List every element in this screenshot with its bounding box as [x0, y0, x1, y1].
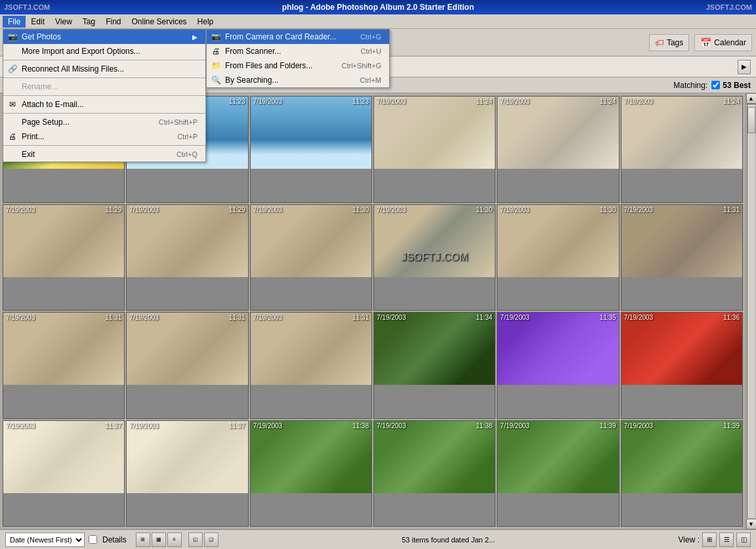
scroll-up-button[interactable]: ▲: [746, 93, 757, 104]
photo-date-6: 7/19/2003: [624, 98, 654, 105]
photo-cell-3[interactable]: 7/19/200311:23: [250, 96, 372, 203]
map-view-btn[interactable]: ◫: [736, 533, 751, 547]
submenu-from-camera[interactable]: 📷 From Camera or Card Reader... Ctrl+G: [207, 30, 389, 44]
view-btn-3[interactable]: ≡: [167, 533, 182, 547]
photo-cell-19[interactable]: 7/19/200311:37: [3, 420, 125, 527]
photo-thumb-24: [621, 421, 742, 493]
photo-thumb-19: [3, 421, 124, 493]
menu-find[interactable]: Find: [100, 16, 126, 28]
menu-file[interactable]: File: [3, 16, 26, 28]
tags-button[interactable]: 🏷 Tags: [649, 34, 689, 51]
menu-online[interactable]: Online Services: [127, 16, 192, 28]
submenu-arrow: ▶: [192, 33, 198, 41]
menu-item-rename[interactable]: Rename...: [3, 79, 205, 94]
menu-item-page-setup[interactable]: Page Setup... Ctrl+Shift+P: [3, 115, 205, 129]
photo-cell-8[interactable]: 7/19/200311:29: [126, 204, 248, 311]
separator-3: [3, 95, 205, 96]
menu-item-exit[interactable]: Exit Ctrl+Q: [3, 147, 205, 162]
view-label: View :: [679, 535, 700, 544]
photo-thumb-10: JSOFTJ.COM: [374, 205, 495, 277]
photo-time-4: 11:24: [476, 98, 492, 105]
menu-item-attach-email[interactable]: ✉ Attach to E-mail...: [3, 97, 205, 112]
menu-edit[interactable]: Edit: [26, 16, 50, 28]
app-title: phlog - Adobe Photoshop Album 2.0 Starte…: [282, 3, 474, 12]
scroll-thumb[interactable]: [747, 107, 755, 133]
photo-date-19: 7/19/2003: [6, 422, 35, 429]
view-btn-2[interactable]: ▦: [152, 533, 166, 547]
photo-cell-15[interactable]: 7/19/200311:31: [250, 312, 372, 419]
photo-cell-12[interactable]: 7/19/200311:31: [621, 204, 743, 311]
submenu-by-searching[interactable]: 🔍 By Searching... Ctrl+M: [207, 73, 389, 87]
scroll-down-button[interactable]: ▼: [746, 519, 757, 529]
photo-cell-14[interactable]: 7/19/200311:31: [126, 312, 248, 419]
photo-time-6: 11:24: [723, 98, 740, 105]
photo-date-10: 7/19/2003: [377, 206, 406, 213]
view-btn-4[interactable]: ◱: [188, 533, 203, 547]
attach-email-label: Attach to E-mail...: [22, 100, 84, 109]
menu-tag[interactable]: Tag: [77, 16, 100, 28]
more-import-label: More Import and Export Options...: [22, 47, 140, 56]
sort-dropdown[interactable]: Date (Newest First) Date (Oldest First) …: [5, 533, 85, 547]
photo-date-23: 7/19/2003: [500, 422, 530, 429]
search-submenu-icon: 🔍: [211, 75, 221, 85]
view-btn-1[interactable]: ⊞: [136, 533, 150, 547]
photo-date-22: 7/19/2003: [377, 422, 406, 429]
photo-cell-20[interactable]: 7/19/200311:37: [126, 420, 248, 527]
matching-checkbox[interactable]: [711, 81, 720, 89]
status-bar: Date (Newest First) Date (Oldest First) …: [0, 529, 756, 549]
scroll-track[interactable]: [747, 104, 756, 519]
photo-thumb-17: [497, 313, 618, 385]
photo-cell-6[interactable]: 7/19/200311:24: [621, 96, 743, 203]
from-scanner-shortcut: Ctrl+U: [361, 47, 381, 55]
photo-time-13: 11:31: [105, 314, 121, 321]
photo-cell-4[interactable]: 7/19/200311:24: [373, 96, 495, 203]
details-checkbox[interactable]: [89, 535, 97, 544]
photo-time-16: 11:34: [476, 314, 492, 321]
menu-help[interactable]: Help: [192, 16, 219, 28]
photo-cell-21[interactable]: 7/19/200311:38: [250, 420, 372, 527]
menu-item-get-photos[interactable]: 📷 Get Photos ▶: [3, 30, 205, 44]
photo-date-8: 7/19/2003: [129, 206, 159, 213]
photo-cell-24[interactable]: 7/19/200311:39: [621, 420, 743, 527]
menu-item-print[interactable]: 🖨 Print... Ctrl+P: [3, 129, 205, 144]
photo-cell-5[interactable]: 7/19/200311:24: [497, 96, 619, 203]
menu-view[interactable]: View: [50, 16, 77, 28]
watermark-right: JSOFTJ.COM: [706, 3, 752, 11]
get-photos-label: Get Photos: [22, 32, 61, 41]
photo-cell-7[interactable]: 7/19/200311:29: [3, 204, 125, 311]
photo-thumb-23: [497, 421, 618, 493]
separator-1: [3, 60, 205, 60]
photo-thumb-21: [251, 421, 371, 493]
view-controls: View : ⊞ ☰ ◫: [679, 533, 751, 547]
photo-time-3: 11:23: [352, 98, 369, 105]
reconnect-icon: 🔗: [7, 64, 18, 74]
photo-time-24: 11:39: [723, 422, 740, 429]
menu-item-reconnect[interactable]: 🔗 Reconnect All Missing Files...: [3, 62, 205, 76]
photo-date-9: 7/19/2003: [253, 206, 283, 213]
calendar-button[interactable]: 📅 Calendar: [694, 34, 752, 51]
matching-count: 53 Best: [723, 81, 751, 90]
photo-cell-17[interactable]: 7/19/200311:35: [497, 312, 619, 419]
photo-cell-9[interactable]: 7/19/200311:30: [250, 204, 372, 311]
photo-cell-10[interactable]: 7/19/200311:30JSOFTJ.COM: [373, 204, 495, 311]
grid-view-btn[interactable]: ⊞: [702, 533, 717, 547]
photo-cell-22[interactable]: 7/19/200311:38: [373, 420, 495, 527]
menu-item-more-import[interactable]: More Import and Export Options...: [3, 44, 205, 58]
photo-date-3: 7/19/2003: [253, 98, 283, 105]
photo-date-5: 7/19/2003: [500, 98, 530, 105]
photo-cell-13[interactable]: 7/19/200311:31: [3, 312, 125, 419]
photo-cell-16[interactable]: 7/19/200311:34: [373, 312, 495, 419]
photo-cell-18[interactable]: 7/19/200311:36: [621, 312, 743, 419]
view-btn-5[interactable]: ◲: [204, 533, 219, 547]
photo-cell-11[interactable]: 7/19/200311:30: [497, 204, 619, 311]
by-searching-shortcut: Ctrl+M: [360, 76, 381, 84]
next-arrow[interactable]: ▶: [738, 60, 751, 74]
calendar-icon: 📅: [700, 37, 711, 48]
photo-thumb-22: [374, 421, 495, 493]
detail-view-btn[interactable]: ☰: [719, 533, 734, 547]
photo-date-13: 7/19/2003: [6, 314, 35, 321]
get-photos-submenu: 📷 From Camera or Card Reader... Ctrl+G 🖨…: [206, 29, 390, 88]
submenu-from-scanner[interactable]: 🖨 From Scanner... Ctrl+U: [207, 44, 389, 58]
submenu-from-files[interactable]: 📁 From Files and Folders... Ctrl+Shift+G: [207, 58, 389, 73]
photo-cell-23[interactable]: 7/19/200311:39: [497, 420, 619, 527]
